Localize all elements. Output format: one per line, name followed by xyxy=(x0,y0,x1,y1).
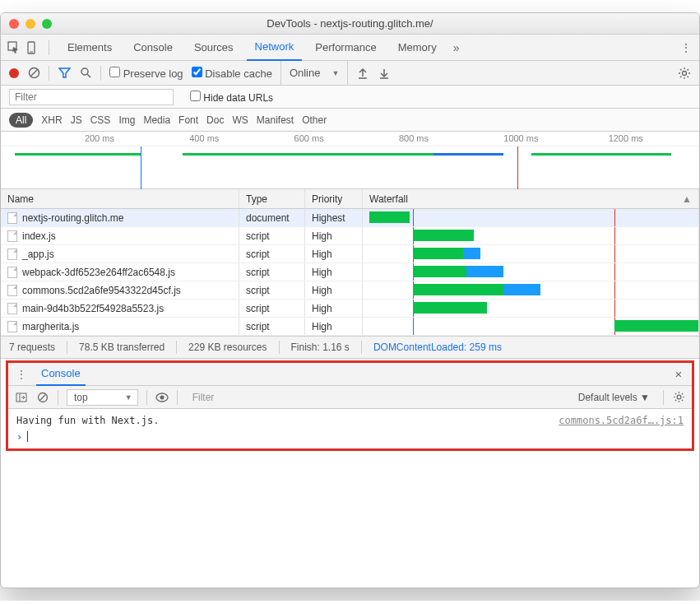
preserve-log-checkbox[interactable]: Preserve log xyxy=(109,67,183,80)
file-icon xyxy=(7,230,17,242)
svg-point-7 xyxy=(683,71,687,75)
request-waterfall xyxy=(363,318,699,335)
type-js[interactable]: JS xyxy=(71,114,82,126)
request-priority: High xyxy=(305,300,363,317)
console-body: Having fun with Next.js. commons.5cd2a6f… xyxy=(8,409,692,448)
tick: 600 ms xyxy=(294,133,324,143)
type-ws[interactable]: WS xyxy=(232,114,248,126)
type-xhr[interactable]: XHR xyxy=(41,114,62,126)
table-row[interactable]: nextjs-routing.glitch.medocumentHighest xyxy=(1,209,699,227)
console-filter-input[interactable]: Filter xyxy=(186,392,570,403)
table-row[interactable]: webpack-3df6523e264ff2ac6548.jsscriptHig… xyxy=(1,263,699,281)
type-css[interactable]: CSS xyxy=(90,114,111,126)
filter-input[interactable] xyxy=(9,89,174,105)
svg-line-11 xyxy=(40,394,46,400)
context-select[interactable]: top xyxy=(67,389,138,406)
tick: 800 ms xyxy=(399,133,429,143)
table-header: Name Type Priority Waterfall▲ xyxy=(1,189,699,209)
upload-icon[interactable] xyxy=(356,67,369,80)
clear-console-icon[interactable] xyxy=(36,391,49,404)
download-icon[interactable] xyxy=(378,67,391,80)
request-waterfall xyxy=(363,281,699,299)
request-table: nextjs-routing.glitch.medocumentHighesti… xyxy=(1,209,699,336)
request-waterfall xyxy=(363,263,699,281)
tab-console[interactable]: Console xyxy=(125,35,181,61)
summary-finish: Finish: 1.16 s xyxy=(291,341,350,353)
disable-cache-checkbox[interactable]: Disable cache xyxy=(192,67,272,80)
svg-line-6 xyxy=(87,74,90,77)
tick: 1000 ms xyxy=(503,133,538,143)
table-row[interactable]: index.jsscriptHigh xyxy=(1,227,699,245)
type-media[interactable]: Media xyxy=(143,114,170,126)
hide-data-urls-checkbox[interactable]: Hide data URLs xyxy=(190,91,273,104)
summary-bar: 7 requests 78.5 KB transferred 229 KB re… xyxy=(1,336,699,359)
record-button[interactable] xyxy=(9,68,19,78)
table-row[interactable]: main-9d4b3b522f54928a5523.jsscriptHigh xyxy=(1,300,699,318)
clear-icon[interactable] xyxy=(27,67,40,80)
console-gear-icon[interactable] xyxy=(672,391,685,404)
request-type: script xyxy=(239,263,305,281)
drawer-tab-console[interactable]: Console xyxy=(36,363,86,386)
log-levels-select[interactable]: Default levels ▼ xyxy=(578,392,655,403)
search-icon[interactable] xyxy=(79,67,92,80)
console-toolbar: top Filter Default levels ▼ xyxy=(8,386,692,409)
throttling-select[interactable]: Online▼ xyxy=(280,61,349,85)
filter-icon[interactable] xyxy=(58,67,71,80)
type-doc[interactable]: Doc xyxy=(206,114,224,126)
kebab-icon[interactable]: ⋮ xyxy=(679,41,693,54)
request-waterfall xyxy=(363,300,699,317)
type-img[interactable]: Img xyxy=(118,114,135,126)
tick: 1200 ms xyxy=(609,133,643,143)
table-row[interactable]: _app.jsscriptHigh xyxy=(1,245,699,263)
type-other[interactable]: Other xyxy=(302,114,327,126)
inspect-icon[interactable] xyxy=(7,41,21,54)
file-icon xyxy=(7,212,17,224)
timeline-overview[interactable]: 200 ms 400 ms 600 ms 800 ms 1000 ms 1200… xyxy=(1,132,699,189)
file-icon xyxy=(7,303,17,314)
titlebar: DevTools - nextjs-routing.glitch.me/ xyxy=(1,13,699,35)
type-all[interactable]: All xyxy=(9,113,33,128)
log-text: Having fun with Next.js. xyxy=(16,415,159,426)
request-name: _app.js xyxy=(22,249,54,260)
live-expression-icon[interactable] xyxy=(155,391,169,404)
device-icon[interactable] xyxy=(25,41,39,54)
type-filter-bar: All XHR JS CSS Img Media Font Doc WS Man… xyxy=(1,109,699,132)
tab-network[interactable]: Network xyxy=(247,35,303,61)
log-source-link[interactable]: commons.5cd2a6f….js:1 xyxy=(559,415,684,426)
col-type[interactable]: Type xyxy=(239,189,305,208)
request-name: nextjs-routing.glitch.me xyxy=(22,212,123,224)
svg-point-14 xyxy=(677,395,681,399)
svg-point-5 xyxy=(81,68,88,75)
close-icon[interactable]: × xyxy=(672,368,685,381)
type-font[interactable]: Font xyxy=(178,114,198,126)
tab-performance[interactable]: Performance xyxy=(307,35,384,61)
drawer-tabbar: ⋮ Console × xyxy=(8,363,692,386)
summary-requests: 7 requests xyxy=(9,341,55,353)
network-toolbar: Preserve log Disable cache Online▼ xyxy=(1,61,699,86)
request-type: script xyxy=(239,245,305,263)
console-sidebar-icon[interactable] xyxy=(15,391,28,404)
type-manifest[interactable]: Manifest xyxy=(257,114,294,126)
gear-icon[interactable] xyxy=(678,67,691,80)
log-message: Having fun with Next.js. commons.5cd2a6f… xyxy=(16,412,684,429)
tab-sources[interactable]: Sources xyxy=(186,35,242,61)
request-type: script xyxy=(239,227,305,244)
svg-point-13 xyxy=(160,395,164,399)
col-priority[interactable]: Priority xyxy=(305,189,363,208)
main-tabbar: Elements Console Sources Network Perform… xyxy=(1,35,699,61)
col-waterfall[interactable]: Waterfall▲ xyxy=(363,189,699,208)
console-prompt[interactable]: › xyxy=(16,429,684,445)
table-row[interactable]: margherita.jsscriptHigh xyxy=(1,318,699,336)
request-name: commons.5cd2a6fe9543322d45cf.js xyxy=(22,285,181,296)
tab-elements[interactable]: Elements xyxy=(59,35,120,61)
more-tabs-icon[interactable]: » xyxy=(450,41,463,54)
col-name[interactable]: Name xyxy=(1,189,239,208)
summary-transferred: 78.5 KB transferred xyxy=(79,341,165,353)
request-priority: High xyxy=(305,281,363,299)
tab-memory[interactable]: Memory xyxy=(390,35,445,61)
drawer-kebab-icon[interactable]: ⋮ xyxy=(15,368,28,381)
table-row[interactable]: commons.5cd2a6fe9543322d45cf.jsscriptHig… xyxy=(1,281,699,300)
filter-bar: Hide data URLs xyxy=(1,86,699,109)
tick: 200 ms xyxy=(85,133,114,143)
console-drawer-highlight: ⋮ Console × top Filter Default levels ▼ … xyxy=(6,360,694,451)
